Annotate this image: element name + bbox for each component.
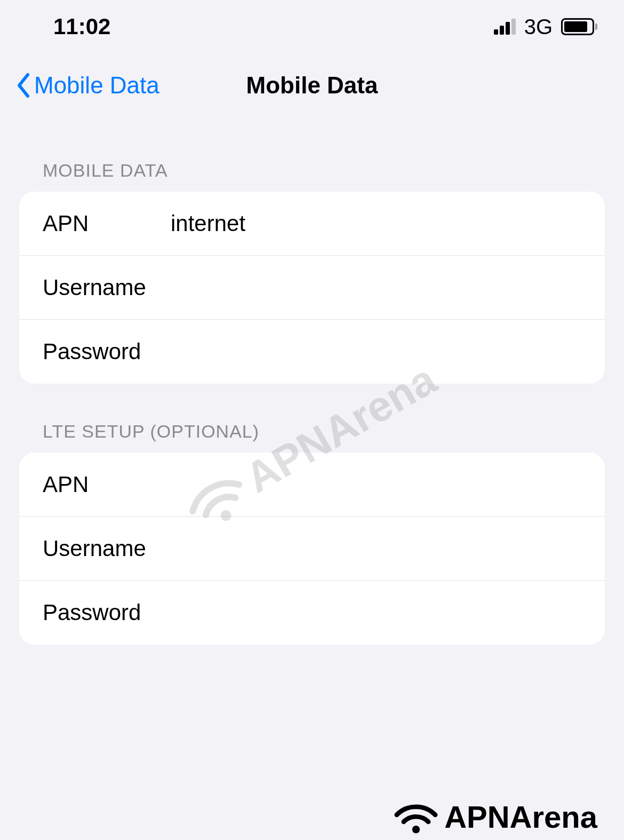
back-button[interactable]: Mobile Data [16, 72, 159, 99]
status-bar: 11:02 3G [0, 0, 624, 53]
password-input[interactable] [171, 339, 581, 364]
battery-icon [561, 18, 597, 35]
password-label: Password [43, 339, 171, 364]
lte-apn-label: APN [43, 472, 171, 497]
network-type: 3G [524, 15, 553, 39]
section-header-lte-setup: LTE SETUP (OPTIONAL) [0, 421, 624, 453]
row-mobile-data-apn[interactable]: APN [19, 192, 605, 256]
apn-input[interactable] [171, 211, 581, 236]
chevron-left-icon [16, 73, 32, 98]
row-mobile-data-username[interactable]: Username [19, 256, 605, 320]
status-right: 3G [494, 15, 597, 39]
lte-username-label: Username [43, 536, 171, 561]
watermark-bottom: APNArena [392, 799, 597, 835]
nav-bar: Mobile Data Mobile Data [0, 53, 624, 117]
section-group-mobile-data: APN Username Password [19, 192, 605, 384]
back-label: Mobile Data [34, 72, 159, 99]
lte-apn-input[interactable] [171, 472, 581, 497]
apn-label: APN [43, 211, 171, 236]
wifi-icon [392, 799, 440, 834]
page-title: Mobile Data [246, 72, 378, 99]
lte-password-input[interactable] [171, 600, 581, 625]
signal-icon [494, 19, 516, 35]
section-group-lte-setup: APN Username Password [19, 453, 605, 645]
section-header-mobile-data: MOBILE DATA [0, 160, 624, 192]
watermark-bottom-text: APNArena [444, 799, 597, 835]
svg-point-1 [412, 826, 420, 833]
content: MOBILE DATA APN Username Password LTE SE… [0, 117, 624, 645]
row-lte-password[interactable]: Password [19, 581, 605, 645]
lte-username-input[interactable] [171, 536, 581, 561]
status-time: 11:02 [53, 14, 110, 39]
row-mobile-data-password[interactable]: Password [19, 320, 605, 384]
row-lte-username[interactable]: Username [19, 517, 605, 581]
lte-password-label: Password [43, 600, 171, 625]
username-input[interactable] [171, 275, 581, 300]
row-lte-apn[interactable]: APN [19, 453, 605, 517]
username-label: Username [43, 275, 171, 300]
